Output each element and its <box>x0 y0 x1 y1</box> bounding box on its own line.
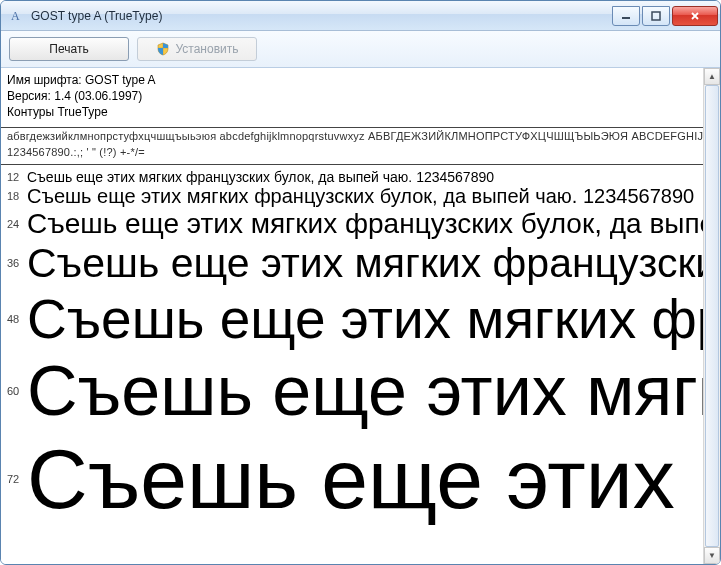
toolbar: Печать Установить <box>1 31 720 68</box>
window-title: GOST type A (TrueType) <box>31 9 610 23</box>
shield-icon <box>156 42 170 56</box>
sample-row: 60Съешь еще этих мягких французских було… <box>1 351 703 431</box>
glyph-symbols-line: 1234567890.:,; ' " (!?) +-*/= <box>1 144 703 160</box>
sample-text: Съешь еще этих мягких французских булок,… <box>27 431 703 528</box>
titlebar[interactable]: A GOST type A (TrueType) <box>1 1 720 31</box>
install-button: Установить <box>137 37 257 61</box>
minimize-button[interactable] <box>612 6 640 26</box>
sample-size-label: 12 <box>7 171 27 183</box>
content-area: Имя шрифта: GOST type A Версия: 1.4 (03.… <box>1 68 720 564</box>
print-button[interactable]: Печать <box>9 37 129 61</box>
sample-text: Съешь еще этих мягких французских булок,… <box>27 185 694 208</box>
sample-text: Съешь еще этих мягких французских булок,… <box>27 351 703 431</box>
font-outlines-line: Контуры TrueType <box>7 104 697 120</box>
font-version-line: Версия: 1.4 (03.06.1997) <box>7 88 697 104</box>
sample-row: 12Съешь еще этих мягких французских було… <box>1 169 703 185</box>
sample-row: 18Съешь еще этих мягких французских було… <box>1 185 703 208</box>
sample-row: 72Съешь еще этих мягких французских було… <box>1 431 703 528</box>
sample-size-label: 48 <box>7 313 27 325</box>
scroll-thumb[interactable] <box>705 85 719 547</box>
sample-list: 12Съешь еще этих мягких французских було… <box>1 165 703 528</box>
sample-row: 48Съешь еще этих мягких французских було… <box>1 287 703 351</box>
sample-size-label: 36 <box>7 257 27 269</box>
glyph-alphabet-line: абвгдежзийклмнопрстуфхцчшщъыьэюя abcdefg… <box>1 128 703 144</box>
sample-text: Съешь еще этих мягких французских булок,… <box>27 169 494 185</box>
scroll-track[interactable] <box>704 85 720 547</box>
sample-text: Съешь еще этих мягких французских булок,… <box>27 208 703 240</box>
scroll-down-button[interactable]: ▼ <box>704 547 720 564</box>
print-button-label: Печать <box>49 42 88 56</box>
font-name-line: Имя шрифта: GOST type A <box>7 72 697 88</box>
svg-rect-1 <box>622 17 630 19</box>
sample-size-label: 18 <box>7 190 27 202</box>
svg-rect-2 <box>652 12 660 20</box>
install-button-label: Установить <box>176 42 239 56</box>
font-icon: A <box>9 8 25 24</box>
scroll-up-button[interactable]: ▲ <box>704 68 720 85</box>
sample-size-label: 60 <box>7 385 27 397</box>
sample-text: Съешь еще этих мягких французских булок,… <box>27 287 703 351</box>
sample-size-label: 72 <box>7 473 27 485</box>
close-button[interactable] <box>672 6 718 26</box>
svg-text:A: A <box>11 9 20 23</box>
sample-size-label: 24 <box>7 218 27 230</box>
window-controls <box>610 6 718 26</box>
sample-row: 24Съешь еще этих мягких французских було… <box>1 208 703 240</box>
font-metadata: Имя шрифта: GOST type A Версия: 1.4 (03.… <box>1 68 703 123</box>
sample-text: Съешь еще этих мягких французских булок,… <box>27 240 703 287</box>
font-viewer-window: A GOST type A (TrueType) Печать <box>0 0 721 565</box>
sample-row: 36Съешь еще этих мягких французских було… <box>1 240 703 287</box>
vertical-scrollbar[interactable]: ▲ ▼ <box>703 68 720 564</box>
maximize-button[interactable] <box>642 6 670 26</box>
